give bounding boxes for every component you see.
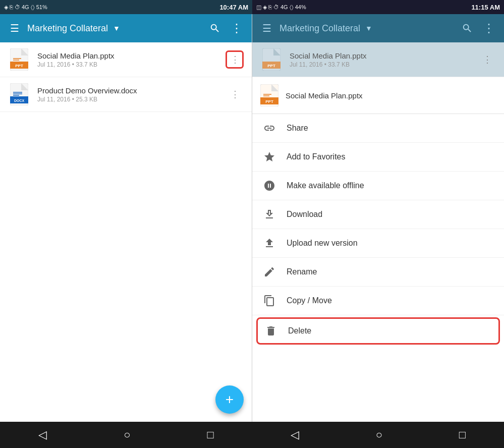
- right-search-icon[interactable]: [460, 21, 475, 36]
- menu-item-add-to-favorites[interactable]: Add to Favorites: [252, 143, 504, 172]
- add-to-favorites-label: Add to Favorites: [287, 152, 346, 161]
- left-dropdown-arrow[interactable]: ▼: [113, 24, 120, 32]
- docx-three-dots-icon: ⋮: [231, 89, 239, 100]
- left-app-bar-title: Marketing Collateral ▼: [27, 23, 201, 34]
- upload-icon: [262, 236, 276, 250]
- svg-text:PPT: PPT: [265, 99, 273, 104]
- file-info-pptx: Social Media Plan.pptx Jul 11, 2016 • 33…: [37, 51, 226, 68]
- context-menu-header: PPT Social Media Plan.pptx: [252, 77, 504, 114]
- file-meta-pptx: Jul 11, 2016 • 33.7 KB: [37, 61, 226, 68]
- pptx-three-dots-icon: ⋮: [231, 54, 239, 65]
- svg-text:PPT: PPT: [15, 64, 23, 68]
- docx-icon-wrapper: DOCX: [8, 83, 30, 105]
- pptx-file-icon: PPT: [10, 48, 28, 71]
- docx-menu-button[interactable]: ⋮: [226, 85, 244, 103]
- file-meta-docx: Jul 11, 2016 • 25.3 KB: [37, 96, 226, 103]
- pptx-icon-wrapper: PPT: [8, 48, 30, 71]
- rename-icon: [262, 265, 276, 279]
- pptx-menu-button[interactable]: ⋮: [226, 50, 244, 69]
- file-item-pptx[interactable]: PPT Social Media Plan.pptx Jul 11, 2016 …: [0, 42, 252, 77]
- right-recent-button[interactable]: □: [451, 425, 474, 444]
- menu-item-delete[interactable]: Delete: [256, 317, 500, 345]
- battery-icon-r: 44%: [295, 4, 306, 10]
- clock-icon-r: ⏱: [273, 4, 279, 10]
- copy-icon: [262, 294, 276, 308]
- signal-icon-r: 〈〉: [290, 4, 294, 11]
- trash-icon: [264, 324, 278, 338]
- right-menu-icon[interactable]: ☰: [260, 20, 273, 36]
- context-menu-filename: Social Media Plan.pptx: [286, 91, 363, 100]
- left-status-time: 10:47 AM: [219, 4, 248, 11]
- signal-icon: 〈〉: [31, 4, 35, 11]
- left-menu-icon[interactable]: ☰: [8, 20, 21, 36]
- dimmed-pptx-icon-wrapper: PPT: [260, 48, 283, 71]
- left-panel: ☰ Marketing Collateral ▼ ⋮ PPT: [0, 14, 252, 422]
- dimmed-pptx-file-icon: PPT: [262, 48, 281, 71]
- bluetooth-icon: ◈: [4, 4, 8, 11]
- dimmed-file-item: PPT Social Media Plan.pptx Jul 11, 2016 …: [252, 42, 504, 77]
- dimmed-file-meta: Jul 11, 2016 • 33.7 KB: [290, 61, 478, 68]
- file-info-docx: Product Demo Overview.docx Jul 11, 2016 …: [37, 86, 226, 103]
- menu-item-upload-new-version[interactable]: Upload new version: [252, 229, 504, 258]
- menu-item-share[interactable]: Share: [252, 114, 504, 143]
- context-menu-file-icon: PPT: [260, 84, 278, 106]
- left-more-icon[interactable]: ⋮: [229, 19, 244, 37]
- left-status-icons: ◈ ⎘ ⏱ 4G​​ 〈〉 51%: [4, 4, 47, 11]
- file-name-pptx: Social Media Plan.pptx: [37, 51, 226, 60]
- right-back-button[interactable]: ◁: [283, 425, 307, 444]
- dimmed-three-dots-icon: ⋮: [483, 54, 491, 65]
- download-label: Download: [287, 210, 322, 219]
- share-icon: [262, 121, 276, 135]
- vibrate-icon-r: ⎘: [268, 4, 272, 10]
- right-app-bar-title: Marketing Collateral ▼: [279, 23, 454, 34]
- bluetooth-icon-r: ◈: [263, 4, 267, 11]
- upload-new-version-label: Upload new version: [287, 239, 358, 248]
- file-item-docx[interactable]: DOCX Product Demo Overview.docx Jul 11, …: [0, 77, 252, 112]
- left-title-text: Marketing Collateral: [27, 23, 108, 34]
- dimmed-file-info: Social Media Plan.pptx Jul 11, 2016 • 33…: [290, 51, 478, 68]
- context-menu: PPT Social Media Plan.pptx Share: [252, 77, 504, 422]
- docx-file-icon: DOCX: [10, 83, 28, 105]
- right-status-bar: ◫ ◈ ⎘ ⏱ 4G 〈〉 44% 11:15 AM: [252, 0, 504, 14]
- download-icon: [262, 207, 276, 221]
- right-status-icons: ◫ ◈ ⎘ ⏱ 4G 〈〉 44%: [256, 4, 306, 11]
- file-name-docx: Product Demo Overview.docx: [37, 86, 226, 95]
- menu-item-make-offline[interactable]: Make available offline: [252, 172, 504, 200]
- left-search-icon[interactable]: [207, 21, 222, 36]
- lte-icon: 4G​​: [22, 4, 29, 10]
- image-icon: ◫: [256, 4, 261, 11]
- right-dropdown-arrow[interactable]: ▼: [365, 24, 372, 32]
- left-home-button[interactable]: ○: [116, 425, 138, 444]
- menu-item-copy-move[interactable]: Copy / Move: [252, 287, 504, 315]
- right-app-bar: ☰ Marketing Collateral ▼ ⋮: [252, 14, 504, 42]
- svg-text:DOCX: DOCX: [14, 99, 25, 102]
- delete-label: Delete: [288, 326, 311, 335]
- right-more-icon[interactable]: ⋮: [481, 19, 496, 37]
- right-panel: ☰ Marketing Collateral ▼ ⋮ PPT Soci: [252, 14, 504, 422]
- fab-area: +: [0, 377, 252, 422]
- vibrate-icon: ⎘: [10, 4, 13, 10]
- left-nav-bar: ◁ ○ □: [0, 422, 252, 448]
- rename-label: Rename: [287, 267, 317, 276]
- battery-icon: 51%: [36, 4, 47, 10]
- svg-text:PPT: PPT: [267, 64, 275, 68]
- share-label: Share: [287, 124, 308, 133]
- add-fab-button[interactable]: +: [215, 385, 244, 414]
- left-back-button[interactable]: ◁: [30, 425, 55, 444]
- lte-icon-r: 4G: [281, 4, 288, 10]
- menu-item-download[interactable]: Download: [252, 200, 504, 229]
- star-icon: [262, 150, 276, 164]
- copy-move-label: Copy / Move: [287, 296, 332, 305]
- make-offline-label: Make available offline: [287, 181, 364, 190]
- right-nav-bar: ◁ ○ □: [252, 422, 504, 448]
- dimmed-file-name: Social Media Plan.pptx: [290, 51, 478, 60]
- left-recent-button[interactable]: □: [199, 425, 222, 444]
- left-file-list: PPT Social Media Plan.pptx Jul 11, 2016 …: [0, 42, 252, 377]
- right-home-button[interactable]: ○: [368, 425, 390, 444]
- menu-item-rename[interactable]: Rename: [252, 258, 504, 287]
- left-app-bar: ☰ Marketing Collateral ▼ ⋮: [0, 14, 252, 42]
- left-status-bar: ◈ ⎘ ⏱ 4G​​ 〈〉 51% 10:47 AM: [0, 0, 252, 14]
- dimmed-menu-button[interactable]: ⋮: [478, 50, 496, 69]
- right-status-time: 11:15 AM: [471, 4, 500, 11]
- offline-icon: [262, 179, 276, 193]
